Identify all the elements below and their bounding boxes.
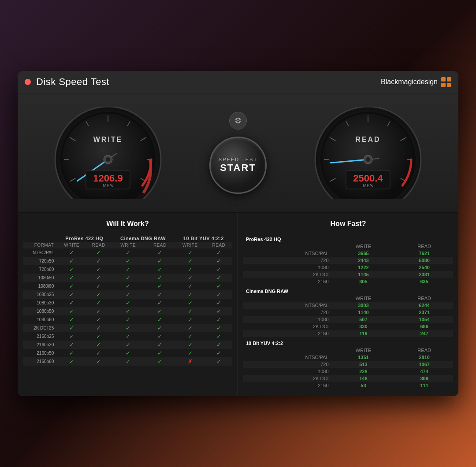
check-cell: ✓ (111, 324, 145, 332)
write-value: 513 (331, 361, 396, 368)
check-cell: ✓ (175, 274, 205, 282)
check-cell: ✓ (175, 307, 205, 315)
check-mark: ✓ (126, 283, 130, 289)
check-cell: ✓ (175, 324, 205, 332)
check-mark: ✓ (69, 300, 74, 306)
prores-header: ProRes 422 HQ (57, 233, 111, 242)
check-cell: ✓ (111, 332, 145, 341)
svg-point-16 (106, 157, 110, 162)
read-unit: MB/s (363, 183, 373, 188)
check-mark: ✓ (157, 350, 162, 356)
check-cell: ✓ (205, 257, 232, 265)
title-bar: Disk Speed Test Blackmagicdesign (18, 71, 458, 93)
check-cell: ✓ (86, 357, 111, 366)
check-cell: ✓ (57, 265, 86, 274)
check-cell: ✓ (145, 299, 175, 307)
check-mark: ✓ (188, 300, 193, 306)
check-mark: ✓ (96, 300, 101, 306)
check-cell: ✓ (205, 248, 232, 257)
how-fast-table: ProRes 422 HQWRITEREAD NTSC/PAL 3665 762… (243, 233, 453, 389)
check-cell: ✓ (175, 332, 205, 341)
check-mark: ✓ (188, 274, 193, 281)
check-mark: ✓ (96, 308, 101, 315)
check-mark: ✓ (69, 333, 74, 340)
read-gauge: READ 2500.4 MB/s (306, 107, 430, 199)
category-label: Cinema DNG RAW (243, 285, 453, 295)
read-value: 2500.4 (353, 173, 383, 184)
check-cell: ✓ (86, 324, 111, 332)
row-label: 720 (243, 309, 331, 316)
how-fast-body: ProRes 422 HQWRITEREAD NTSC/PAL 3665 762… (243, 233, 453, 389)
check-mark: ✓ (188, 333, 193, 340)
category-label: ProRes 422 HQ (243, 233, 453, 243)
row-label: 2K DCI (243, 271, 331, 278)
check-mark: ✓ (216, 291, 221, 298)
row-label: NTSC/PAL (243, 302, 331, 309)
check-cell: ✓ (175, 315, 205, 324)
check-cell: ✓ (57, 307, 86, 315)
format-label: 2160p50 (23, 349, 57, 357)
write-value: 507 (331, 316, 396, 323)
format-label: 1080p50 (23, 307, 57, 315)
check-cell: ✓ (86, 282, 111, 290)
check-cell: ✓ (175, 341, 205, 349)
brand-icon (441, 77, 451, 87)
check-mark: ✓ (69, 258, 74, 264)
check-cell: ✓ (57, 257, 86, 265)
check-mark: ✓ (157, 249, 162, 256)
start-button[interactable]: SPEED TEST START (209, 137, 267, 194)
check-mark: ✓ (96, 291, 101, 298)
how-fast-row: 2K DCI 330 686 (243, 323, 453, 330)
check-mark: ✓ (216, 266, 221, 273)
check-cell: ✓ (205, 290, 232, 299)
check-mark: ✓ (157, 266, 162, 273)
yuv-write-header: WRITE (175, 242, 205, 248)
start-button-label-top: SPEED TEST (219, 157, 257, 162)
cdng-header: Cinema DNG RAW (111, 233, 175, 242)
check-cell: ✓ (205, 282, 232, 290)
check-mark: ✓ (126, 308, 130, 315)
check-mark: ✓ (188, 341, 193, 348)
check-mark: ✓ (157, 283, 162, 289)
row-label: 1080 (243, 264, 331, 271)
table-row: 1080i60✓✓✓✓✓✓ (23, 282, 232, 290)
write-gauge: WRITE 1206.9 MB/s (46, 107, 170, 199)
table-row: 1080p30✓✓✓✓✓✓ (23, 299, 232, 307)
check-mark: ✓ (126, 274, 130, 281)
check-mark: ✓ (69, 308, 74, 315)
settings-button[interactable]: ⚙ (229, 112, 247, 130)
write-value: 228 (331, 368, 396, 375)
check-mark: ✓ (216, 308, 221, 315)
cdng-read-header: READ (145, 242, 175, 248)
row-label: 720 (243, 361, 331, 368)
check-cell: ✓ (145, 265, 175, 274)
check-cell: ✓ (111, 307, 145, 315)
check-cell: ✓ (111, 299, 145, 307)
prores-write-header: WRITE (57, 242, 86, 248)
check-cell: ✓ (205, 341, 232, 349)
check-mark: ✓ (126, 291, 130, 298)
check-cell: ✓ (205, 332, 232, 341)
will-work-body: NTSC/PAL✓✓✓✓✓✓720p50✓✓✓✓✓✓720p60✓✓✓✓✓✓10… (23, 248, 232, 366)
sub-header-row: WRITEREAD (243, 243, 453, 250)
read-label: READ (355, 136, 380, 143)
check-cell: ✓ (175, 349, 205, 357)
check-mark: ✓ (126, 300, 130, 306)
write-value: 330 (331, 323, 396, 330)
read-value: 247 (395, 330, 453, 337)
check-mark: ✓ (157, 291, 162, 298)
check-cell: ✓ (57, 324, 86, 332)
check-mark: ✓ (216, 325, 221, 331)
check-cell: ✓ (111, 357, 145, 366)
close-button[interactable] (25, 79, 31, 85)
how-fast-row: 2160 119 247 (243, 330, 453, 337)
table-row: NTSC/PAL✓✓✓✓✓✓ (23, 248, 232, 257)
check-cell: ✓ (145, 274, 175, 282)
write-value: 1206.9 (93, 173, 123, 184)
check-mark: ✓ (69, 266, 74, 273)
check-cell: ✓ (86, 290, 111, 299)
read-value: 7621 (395, 250, 453, 257)
check-cell: ✓ (86, 349, 111, 357)
gauge-section: WRITE 1206.9 MB/s ⚙ SPEED TEST START (18, 93, 458, 212)
write-value: 305 (331, 278, 396, 285)
